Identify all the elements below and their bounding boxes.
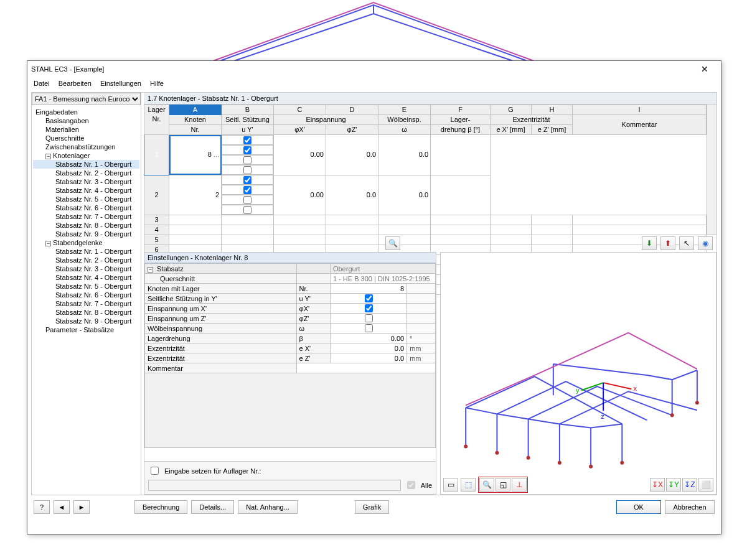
svg-point-16 [464, 445, 467, 449]
svg-point-23 [695, 401, 699, 404]
window-title: STAHL EC3 - [Example] [31, 65, 692, 73]
isolate-button[interactable]: ▭ [443, 478, 458, 492]
prop-omega-check[interactable] [365, 324, 373, 332]
help-button[interactable]: ? [34, 500, 50, 514]
import-excel-button[interactable]: ⬇ [642, 236, 657, 250]
property-grid: Einstellungen - Knotenlager Nr. 8 − Stab… [144, 252, 436, 495]
set-for-support-input[interactable] [148, 480, 401, 491]
tree-item[interactable]: Stabsatz Nr. 6 - Obergurt [33, 203, 139, 212]
tree-knotenlager[interactable]: −Knotenlager [33, 151, 139, 160]
tree-item[interactable]: Stabsatz Nr. 5 - Obergurt [33, 195, 139, 203]
set-for-support-check[interactable] [151, 467, 159, 475]
berechnung-button[interactable]: Berechnung [134, 500, 187, 514]
colA[interactable]: A [169, 105, 222, 115]
view-y-button[interactable]: ↧Y [666, 478, 681, 492]
tree-item[interactable]: Materialien [33, 125, 139, 134]
show-button[interactable]: ◉ [698, 236, 713, 250]
titlebar: STAHL EC3 - [Example] ✕ [27, 61, 721, 77]
svg-text:y: y [576, 386, 580, 394]
svg-point-20 [589, 465, 593, 469]
property-table[interactable]: − StabsatzObergurt Querschnitt1 - HE B 3… [144, 263, 436, 448]
close-icon[interactable]: ✕ [692, 64, 717, 74]
view-x-button[interactable]: ↧X [650, 478, 665, 492]
tree-item[interactable]: Stabsatz Nr. 8 - Obergurt [33, 221, 139, 230]
find-in-grid-button[interactable]: 🔍 [385, 236, 400, 250]
tree-item[interactable]: Stabsatz Nr. 6 - Obergurt [33, 291, 139, 299]
collapse-icon[interactable]: − [45, 241, 51, 246]
show-supports-button[interactable]: ⊥ [512, 478, 527, 492]
menubar: Datei Bearbeiten Einstellungen Hilfe [27, 77, 721, 90]
svg-text:z: z [601, 413, 604, 420]
grid-toolbar: 🔍 ⬇ ⬆ ↖ ◉ [144, 235, 716, 252]
abbrechen-button[interactable]: Abbrechen [665, 500, 715, 514]
tree-item[interactable]: Stabsatz Nr. 1 - Obergurt [33, 160, 139, 169]
dialog-window: STAHL EC3 - [Example] ✕ Datei Bearbeiten… [27, 60, 721, 534]
tree-parameter[interactable]: Parameter - Stabsätze [33, 325, 139, 334]
svg-point-22 [670, 413, 674, 417]
tree-item[interactable]: Stabsatz Nr. 7 - Obergurt [33, 299, 139, 308]
prop-phix-check[interactable] [365, 304, 373, 312]
tree-item[interactable]: Stabsatz Nr. 8 - Obergurt [33, 308, 139, 317]
svg-point-21 [620, 461, 624, 465]
window-zoom-button[interactable]: ◱ [496, 478, 510, 492]
menu-bearbeiten[interactable]: Bearbeiten [59, 80, 92, 87]
loadcase-combo[interactable]: FA1 - Bemessung nach Eurocod [32, 93, 141, 105]
ok-button[interactable]: OK [616, 500, 661, 514]
tree-item[interactable]: Stabsatz Nr. 4 - Obergurt [33, 273, 139, 282]
tree-item[interactable]: Stabsatz Nr. 7 - Obergurt [33, 212, 139, 221]
menu-hilfe[interactable]: Hilfe [150, 80, 164, 87]
tree-item[interactable]: Stabsatz Nr. 3 - Obergurt [33, 177, 139, 186]
tree-item[interactable]: Stabsatz Nr. 2 - Obergurt [33, 169, 139, 177]
prop-uy-check[interactable] [365, 294, 373, 302]
cell-knoten[interactable]: 8 ... [169, 135, 222, 175]
tree-item[interactable]: Stabsatz Nr. 5 - Obergurt [33, 282, 139, 291]
zoom-button[interactable]: 🔍 [479, 478, 494, 492]
nat-anhang-button[interactable]: Nat. Anhang... [238, 500, 298, 514]
preview-viewport[interactable]: x y z ▭ ⬚ 🔍 [440, 252, 716, 495]
svg-point-17 [495, 451, 499, 455]
tree-root[interactable]: Eingabedaten [33, 108, 139, 116]
view-model-button[interactable]: ⬚ [461, 478, 476, 492]
nav-tree[interactable]: Eingabedaten Basisangaben Materialien Qu… [32, 105, 141, 495]
tree-item[interactable]: Querschnitte [33, 134, 139, 142]
dialog-buttonbar: ? ◄ ► Berechnung Details... Nat. Anhang.… [31, 498, 717, 516]
tree-item[interactable]: Stabsatz Nr. 9 - Obergurt [33, 317, 139, 325]
tree-item[interactable]: Stabsatz Nr. 3 - Obergurt [33, 264, 139, 273]
tree-item[interactable]: Stabsatz Nr. 2 - Obergurt [33, 256, 139, 264]
row-header[interactable]: 2 [144, 175, 169, 215]
grid-header: 1.7 Knotenlager - Stabsatz Nr. 1 - Oberg… [144, 93, 716, 105]
tree-stabendgelenke[interactable]: −Stabendgelenke [33, 238, 139, 247]
property-header: Einstellungen - Knotenlager Nr. 8 [144, 253, 436, 263]
grid-scrollbar[interactable] [707, 105, 716, 234]
view-z-button[interactable]: ↧Z [682, 478, 697, 492]
row-header[interactable]: 1 [144, 135, 169, 175]
tree-item[interactable]: Stabsatz Nr. 9 - Obergurt [33, 230, 139, 238]
svg-point-18 [527, 456, 530, 460]
collapse-icon[interactable]: − [45, 154, 51, 159]
col-lager: LagerNr. [144, 105, 169, 135]
nav-tree-panel: FA1 - Bemessung nach Eurocod Eingabedate… [32, 93, 141, 495]
next-button[interactable]: ► [73, 500, 90, 514]
highlight-group: 🔍 ◱ ⊥ [478, 477, 528, 493]
tree-item[interactable]: Zwischenabstützungen [33, 142, 139, 151]
tree-item[interactable]: Basisangaben [33, 116, 139, 125]
svg-point-19 [558, 461, 561, 465]
collapse-icon[interactable]: − [148, 267, 153, 273]
grafik-button[interactable]: Grafik [355, 500, 389, 514]
pick-in-view-button[interactable]: ↖ [679, 236, 694, 250]
svg-text:x: x [633, 385, 637, 392]
view-iso-button[interactable]: ⬜ [698, 478, 713, 492]
cell-knoten[interactable]: 2 [169, 175, 222, 215]
prop-phiz-check[interactable] [365, 314, 373, 322]
viewport-toolbar: ▭ ⬚ 🔍 ◱ ⊥ ↧X ↧Y ↧Z [441, 475, 716, 494]
prev-button[interactable]: ◄ [54, 500, 70, 514]
details-button[interactable]: Details... [191, 500, 234, 514]
svg-line-10 [603, 383, 631, 389]
structure-3d-icon: x y z [441, 253, 716, 475]
menu-datei[interactable]: Datei [34, 80, 50, 87]
menu-einstellungen[interactable]: Einstellungen [100, 80, 141, 87]
tree-item[interactable]: Stabsatz Nr. 1 - Obergurt [33, 247, 139, 256]
export-excel-button[interactable]: ⬆ [660, 236, 675, 250]
alle-check[interactable] [407, 481, 415, 489]
tree-item[interactable]: Stabsatz Nr. 4 - Obergurt [33, 186, 139, 195]
